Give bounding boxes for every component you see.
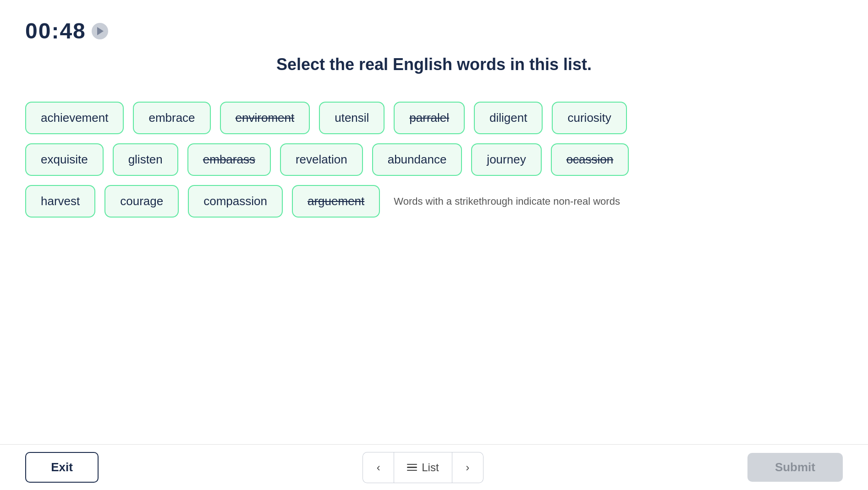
word-chip-journey[interactable]: journey: [471, 143, 541, 176]
word-chip-revelation[interactable]: revelation: [280, 143, 363, 176]
word-chip-utensil[interactable]: utensil: [319, 102, 385, 134]
word-chip-enviroment[interactable]: enviroment: [220, 102, 310, 134]
word-chip-courage[interactable]: courage: [104, 185, 179, 218]
hint-text: Words with a strikethrough indicate non-…: [394, 196, 620, 207]
word-chip-curiosity[interactable]: curiosity: [552, 102, 626, 134]
list-label: List: [422, 461, 439, 474]
word-chip-diligent[interactable]: diligent: [474, 102, 543, 134]
word-chip-arguement[interactable]: arguement: [292, 185, 380, 218]
word-chip-glisten[interactable]: glisten: [113, 143, 178, 176]
nav-controls: ‹ List ›: [363, 452, 483, 483]
word-chip-ocassion[interactable]: ocassion: [551, 143, 629, 176]
play-button[interactable]: [92, 23, 108, 39]
timer-area: 00:48: [25, 18, 108, 44]
words-row-1: exquisiteglistenembarassrevelationabunda…: [25, 143, 843, 176]
word-chip-abundance[interactable]: abundance: [372, 143, 462, 176]
word-chip-compassion[interactable]: compassion: [188, 185, 283, 218]
words-row-0: achievementembraceenviromentutensilparra…: [25, 102, 843, 134]
timer-display: 00:48: [25, 18, 86, 44]
next-button[interactable]: ›: [452, 452, 483, 483]
word-chip-harvest[interactable]: harvest: [25, 185, 95, 218]
instruction-text: Select the real English words in this li…: [0, 55, 868, 74]
word-chip-exquisite[interactable]: exquisite: [25, 143, 104, 176]
words-container: achievementembraceenviromentutensilparra…: [0, 102, 868, 218]
word-chip-achievement[interactable]: achievement: [25, 102, 124, 134]
word-chip-parralel[interactable]: parralel: [394, 102, 465, 134]
exit-button[interactable]: Exit: [25, 452, 99, 483]
bottom-bar: Exit ‹ List › Submit: [0, 444, 868, 490]
word-chip-embarass[interactable]: embarass: [187, 143, 271, 176]
list-button[interactable]: List: [394, 452, 452, 483]
prev-button[interactable]: ‹: [363, 452, 394, 483]
word-chip-embrace[interactable]: embrace: [133, 102, 210, 134]
list-icon: [407, 464, 417, 471]
submit-button[interactable]: Submit: [747, 453, 843, 482]
words-row-2: harvestcouragecompassionarguementWords w…: [25, 185, 843, 218]
